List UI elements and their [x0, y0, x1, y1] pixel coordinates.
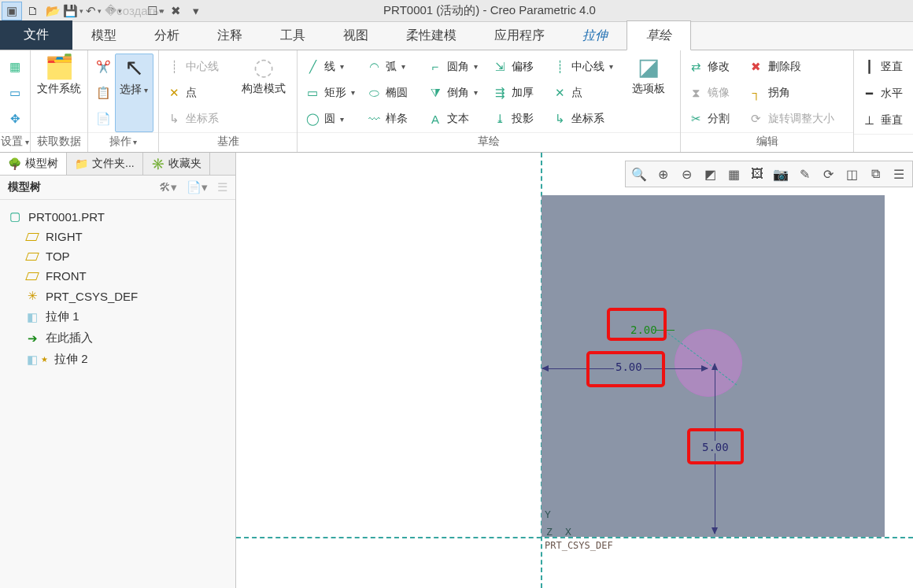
qat-close-icon[interactable]: ✖	[165, 2, 186, 20]
ed-modify[interactable]: ⇄修改	[686, 56, 746, 78]
tree-extrude-2[interactable]: ◧★拉伸 2	[22, 349, 231, 370]
sk-circle[interactable]: ◯圆	[302, 108, 364, 130]
datum-csys[interactable]: ↳坐标系	[164, 108, 235, 130]
cn-vert[interactable]: ┃竖直	[859, 56, 913, 78]
shaded-icon[interactable]: ▦	[723, 164, 745, 184]
zoom-fit-icon[interactable]: 🔍	[628, 164, 650, 184]
tab-annotate[interactable]: 注释	[198, 21, 261, 50]
tree-plane-front[interactable]: FRONT	[22, 266, 231, 286]
sk-line[interactable]: ╱线	[302, 56, 364, 78]
ed-mirror[interactable]: ⧗镜像	[686, 82, 746, 104]
tab-flex[interactable]: 柔性建模	[387, 21, 475, 50]
tree-root[interactable]: ▢PRT0001.PRT	[5, 206, 231, 227]
copy-icon[interactable]: 📋	[93, 82, 115, 104]
axis-z-label: Z	[546, 526, 553, 538]
navtab-favorites[interactable]: ✳️收藏夹	[143, 153, 210, 175]
highlight-box-dim-diam	[607, 308, 667, 341]
sk-rect[interactable]: ▭矩形	[302, 82, 364, 104]
plane-icon	[25, 269, 39, 283]
ed-delseg[interactable]: ✖删除段	[746, 56, 848, 78]
extrude-icon: ◧	[25, 310, 39, 324]
construction-mode[interactable]: ◌ 构造模式	[235, 54, 292, 132]
tab-model[interactable]: 模型	[72, 21, 135, 50]
star-badge-icon: ★	[41, 355, 48, 364]
zoom-out-icon[interactable]: ⊖	[675, 164, 697, 184]
refit-icon[interactable]: ◩	[699, 164, 721, 184]
tab-extrude[interactable]: 拉伸	[564, 21, 627, 50]
tree-plane-right[interactable]: RIGHT	[22, 227, 231, 246]
tree-extrude-1[interactable]: ◧拉伸 1	[22, 306, 231, 327]
snapshot-icon[interactable]: 📷	[770, 164, 792, 184]
tree-csys[interactable]: ✳PRT_CSYS_DEF	[22, 286, 231, 306]
tab-sketch[interactable]: 草绘	[627, 20, 691, 50]
annotations-icon[interactable]: ✎	[793, 164, 815, 184]
tree-icon: 🌳	[8, 157, 21, 170]
tree-insert-here[interactable]: ➔在此插入	[22, 327, 231, 349]
ed-corner[interactable]: ┐拐角	[746, 82, 848, 104]
setup-grid-icon[interactable]: ▦	[5, 56, 25, 78]
display-style-icon[interactable]: ◫	[841, 164, 863, 184]
cut-icon[interactable]: ✂️	[93, 56, 115, 78]
setup-csys-icon[interactable]: ✥	[5, 108, 25, 130]
tree-filter-icon[interactable]: ☰	[217, 180, 227, 194]
group-setup-label[interactable]: 设置	[0, 132, 30, 152]
qat-undo-icon[interactable]: ↶	[83, 2, 104, 20]
setup-ref-icon[interactable]: ▭	[5, 82, 25, 104]
qat-app-icon[interactable]: ▣	[2, 2, 22, 20]
sk-ellipse[interactable]: ⬭椭圆	[364, 82, 425, 104]
zoom-in-icon[interactable]: ⊕	[652, 164, 674, 184]
qat-open-icon[interactable]: 📂	[43, 2, 63, 20]
graphics-area[interactable]: 5.00 5.00 2.00 Y X Z PRT_CSYS_DEF 🔍 ⊕ ⊖ …	[236, 153, 913, 588]
perspective-icon[interactable]: ⧉	[864, 164, 886, 184]
sk-project[interactable]: ⤓投影	[490, 108, 549, 130]
ed-rotrsz[interactable]: ⟳旋转调整大小	[746, 108, 848, 130]
extrude-icon: ◧	[25, 353, 39, 367]
qat-regen-icon[interactable]: �создать	[124, 2, 145, 20]
layers-icon[interactable]: ☰	[888, 164, 910, 184]
horizontal-centerline	[236, 537, 913, 538]
highlight-box-dim-v	[687, 428, 744, 464]
tab-file[interactable]: 文件	[0, 20, 72, 50]
sk-point[interactable]: ✕点	[549, 82, 622, 104]
datum-point[interactable]: ✕点	[164, 82, 235, 104]
sk-csys[interactable]: ↳坐标系	[549, 108, 622, 130]
qat-windows-icon[interactable]: ☐	[145, 2, 165, 20]
sk-text[interactable]: A文本	[425, 108, 490, 130]
saved-view-icon[interactable]: 🖾	[746, 164, 768, 184]
tab-view[interactable]: 视图	[324, 21, 387, 50]
arrow-right-icon: ➔	[25, 331, 39, 346]
navtab-folder[interactable]: 📁文件夹...	[67, 153, 143, 175]
sk-chamfer[interactable]: ⧩倒角	[425, 82, 490, 104]
sk-thicken[interactable]: ⇶加厚	[490, 82, 549, 104]
filesystem-label: 文件系统	[37, 82, 81, 96]
tree-show-icon[interactable]: 📄▾	[187, 180, 208, 194]
tree-plane-top[interactable]: TOP	[22, 246, 231, 266]
select-button[interactable]: ↖ 选择	[115, 54, 153, 132]
sk-spline[interactable]: 〰样条	[364, 108, 425, 130]
ed-divide[interactable]: ✂分割	[686, 108, 746, 130]
construction-icon: ◌	[253, 55, 274, 79]
qat-new-icon[interactable]: 🗋	[22, 2, 43, 20]
qat-save-icon[interactable]: 💾	[63, 2, 83, 20]
model-tree: ▢PRT0001.PRT RIGHT TOP FRONT ✳PRT_CSYS_D…	[0, 200, 235, 376]
tab-tools[interactable]: 工具	[261, 21, 324, 50]
qat-more-icon[interactable]: ▾	[186, 2, 206, 20]
ribbon: ▦ ▭ ✥ 设置 🗂️ 文件系统 获取数据 ✂️ 📋 📄 ↖ 选择	[0, 50, 913, 153]
tab-apps[interactable]: 应用程序	[475, 21, 564, 50]
filesystem-button[interactable]: 🗂️ 文件系统	[35, 54, 83, 132]
group-ops-label[interactable]: 操作	[88, 132, 158, 152]
sk-palette[interactable]: ◪ 选项板	[622, 54, 675, 132]
sk-arc[interactable]: ◠弧	[364, 56, 425, 78]
spin-center-icon[interactable]: ⟳	[817, 164, 839, 184]
sidebar: 🌳模型树 📁文件夹... ✳️收藏夹 模型树 🛠▾ 📄▾ ☰ ▢PRT0001.…	[0, 153, 236, 588]
cn-horiz[interactable]: ━水平	[859, 83, 913, 105]
tab-analysis[interactable]: 分析	[135, 21, 198, 50]
cn-perp[interactable]: ⊥垂直	[859, 109, 913, 131]
paste-icon[interactable]: 📄	[93, 108, 115, 130]
datum-centerline[interactable]: ┊中心线	[164, 56, 235, 78]
navtab-model-tree[interactable]: 🌳模型树	[0, 153, 67, 175]
tree-settings-icon[interactable]: 🛠▾	[159, 180, 177, 194]
sk-centerline[interactable]: ┊中心线	[549, 56, 622, 78]
sk-offset[interactable]: ⇲偏移	[490, 56, 549, 78]
sk-fillet[interactable]: ⌐圆角	[425, 56, 490, 78]
